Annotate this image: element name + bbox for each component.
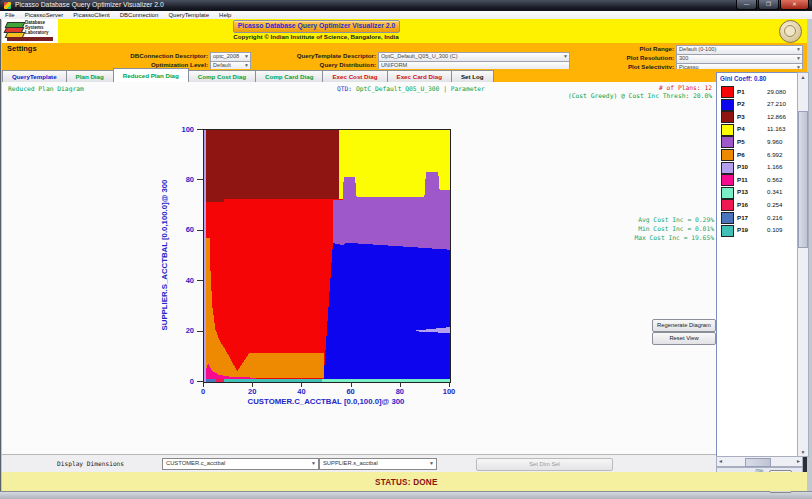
max-cost-inc: Max Cost Inc ≈ 19.65% [634, 234, 714, 241]
y-tick-label: 0 [170, 377, 194, 386]
qtd-value: OptC_Default_Q05_U_300 | Parameter [352, 85, 485, 92]
menu-querytemplate[interactable]: QueryTemplate [163, 12, 214, 18]
plans-count: # of Plans: 12 [659, 84, 712, 91]
qtd-label: QTD: [337, 85, 352, 92]
legend-plan-id: P5 [737, 138, 745, 145]
scroll-left-icon[interactable]: ◄ [718, 457, 723, 465]
x-tick-label: 80 [388, 387, 412, 396]
legend-plan-percent: 11.163 [767, 125, 785, 132]
legend-vertical-scrollbar[interactable]: ▲ ▼ [797, 72, 809, 457]
legend-plan-id: P10 [737, 163, 748, 170]
maximize-button[interactable]: ❐ [758, 0, 779, 10]
scroll-down-icon[interactable]: ▼ [798, 448, 808, 456]
chevron-down-icon: ▼ [796, 46, 801, 53]
scroll-right-icon[interactable]: ► [796, 457, 801, 465]
y-tick-mark [197, 179, 203, 180]
x-tick-label: 20 [240, 387, 264, 396]
y-tick-mark [197, 129, 203, 130]
scrollbar-thumb[interactable] [798, 111, 808, 248]
plan-diagram-svg [204, 130, 450, 382]
legend-plan-percent: 6.992 [767, 151, 782, 158]
reset-view-button[interactable]: Reset View [652, 332, 716, 345]
legend-swatch-p10 [721, 162, 734, 174]
plan-legend-panel: Gini Coeff: 0.80 P129.080P227.210P312.86… [716, 72, 799, 457]
scroll-up-icon[interactable]: ▲ [798, 73, 808, 81]
y-tick-label: 40 [170, 276, 194, 285]
y-tick-label: 80 [170, 175, 194, 184]
window-title: Picasso Database Query Optimizer Visuali… [15, 1, 164, 8]
legend-horizontal-scrollbar[interactable]: ◄ ► [716, 456, 803, 467]
dimension-2-combo[interactable]: SUPPLIER.s_acctbal▼ [319, 458, 437, 470]
y-tick-label: 100 [170, 125, 194, 134]
querytemplate-descriptor-label: QueryTemplate Descriptor: [230, 52, 376, 59]
plan-region-p3 [204, 130, 339, 202]
minimize-button[interactable]: — [736, 0, 757, 10]
dsl-logo: Database Systems Laboratory [5, 20, 57, 42]
tab-querytemplate[interactable]: QueryTemplate [2, 70, 67, 82]
legend-plan-percent: 9.960 [767, 138, 782, 145]
iisc-logo-inner [784, 25, 796, 37]
dimension-1-combo[interactable]: CUSTOMER.c_acctbal▼ [162, 458, 319, 470]
chevron-down-icon: ▼ [796, 55, 801, 62]
y-tick-label: 20 [170, 326, 194, 335]
settings-section-label: Settings [7, 44, 37, 53]
menu-dbconnection[interactable]: DBConnection [115, 12, 164, 18]
legend-plan-percent: 1.166 [767, 163, 782, 170]
iisc-logo [779, 20, 802, 43]
scrollbar-thumb[interactable] [745, 458, 771, 467]
app-banner-title: Picasso Database Query Optimizer Visuali… [233, 20, 400, 33]
tab-set-log[interactable]: Set Log [451, 70, 494, 82]
legend-swatch-p1 [721, 86, 734, 98]
avg-cost-inc: Avg Cost Inc ≈ 0.29% [638, 216, 714, 223]
legend-plan-id: P13 [737, 188, 748, 195]
legend-plan-id: P11 [737, 176, 748, 183]
menu-picassoclient[interactable]: PicassoClient [68, 12, 114, 18]
plan-diagram-plot [203, 129, 451, 383]
tab-comp-cost-diag[interactable]: Comp Cost Diag [188, 70, 256, 82]
menu-picassoserver[interactable]: PicassoServer [20, 12, 69, 18]
title-bar: Picasso Database Query Optimizer Visuali… [0, 0, 812, 11]
plan-region-p16 [216, 379, 223, 382]
window-controls: —❐✕ [735, 0, 809, 10]
tab-bar: QueryTemplatePlan DiagReduced Plan DiagC… [2, 69, 807, 82]
dsl-logo-subbanner [7, 37, 53, 41]
legend-plan-percent: 12.866 [767, 113, 786, 120]
legend-swatch-p3 [721, 111, 734, 123]
close-button[interactable]: ✕ [780, 0, 809, 10]
menu-help[interactable]: Help [214, 12, 236, 18]
min-cost-inc: Min Cost Inc ≈ 0.01% [638, 225, 714, 232]
plan-region-p10 [204, 130, 206, 382]
plan-region-p13 [322, 379, 450, 382]
query-distribution-label: Query Distribution: [230, 61, 376, 68]
legend-plan-id: P6 [737, 151, 745, 158]
regenerate-diagram-button[interactable]: Regenerate Diagram [652, 319, 716, 332]
y-tick-mark [197, 381, 203, 382]
legend-plan-percent: 0.216 [767, 214, 782, 221]
legend-swatch-p17 [721, 212, 734, 224]
tab-plan-diag[interactable]: Plan Diag [66, 70, 114, 82]
optimization-level-label: Optimization Level: [60, 61, 208, 68]
chevron-down-icon: ▼ [311, 459, 316, 468]
dsl-logo-text: Database Systems Laboratory [25, 20, 49, 35]
tab-exec-card-diag[interactable]: Exec Card Diag [387, 70, 452, 82]
set-dim-sel-button[interactable]: Set Dim Sel [476, 458, 613, 471]
legend-swatch-p5 [721, 136, 734, 148]
y-tick-mark [197, 331, 203, 332]
chevron-down-icon: ▼ [429, 459, 434, 468]
legend-plan-id: P1 [737, 88, 745, 95]
header-yellow-banner [58, 19, 807, 43]
dbconnection-descriptor-label: DBConnection Descriptor: [60, 52, 208, 59]
legend-plan-percent: 0.341 [767, 188, 782, 195]
tab-exec-cost-diag[interactable]: Exec Cost Diag [322, 70, 387, 82]
legend-swatch-p11 [721, 174, 734, 186]
x-tick-label: 40 [289, 387, 313, 396]
plot-range-label: Plot Range: [560, 45, 674, 52]
menu-file[interactable]: File [0, 12, 20, 18]
plan-region-p17 [206, 379, 216, 382]
legend-swatch-p4 [721, 124, 734, 136]
diagram-title: Reduced Plan Diagram [8, 85, 84, 92]
qtd-line: QTD: OptC_Default_Q05_U_300 | Parameter [337, 85, 485, 92]
tab-comp-card-diag[interactable]: Comp Card Diag [255, 70, 323, 82]
tab-reduced-plan-diag[interactable]: Reduced Plan Diag [113, 68, 189, 82]
legend-plan-id: P16 [737, 201, 748, 208]
